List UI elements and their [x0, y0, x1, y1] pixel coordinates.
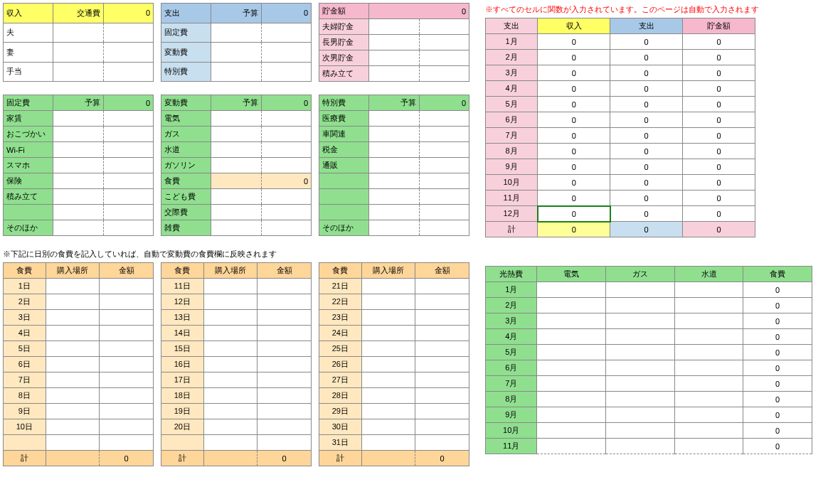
- summary-expense-cell[interactable]: 0: [610, 81, 683, 97]
- food-amount-cell[interactable]: [415, 419, 469, 435]
- food-amount-cell[interactable]: [100, 404, 154, 419]
- food-place-cell[interactable]: [203, 341, 258, 357]
- food-place-cell[interactable]: [361, 435, 415, 451]
- summary-savings-cell[interactable]: 0: [683, 81, 755, 97]
- summary-savings-cell[interactable]: 0: [683, 159, 755, 175]
- food-day[interactable]: 3日: [4, 310, 46, 326]
- food-place-cell[interactable]: [203, 372, 258, 388]
- income-row[interactable]: 妻: [4, 43, 53, 63]
- summary-savings-cell[interactable]: 0: [683, 97, 755, 112]
- summary-income-cell[interactable]: 0: [538, 206, 610, 222]
- food-amount-cell[interactable]: [415, 404, 469, 419]
- summary-savings-cell[interactable]: 0: [683, 128, 755, 144]
- util-elec-cell[interactable]: [537, 360, 606, 376]
- food-day[interactable]: 14日: [161, 326, 204, 341]
- food-amount-cell[interactable]: [100, 279, 154, 294]
- food-place-cell[interactable]: [361, 419, 415, 435]
- summary-month[interactable]: 3月: [486, 65, 538, 81]
- food-amount-cell[interactable]: [415, 372, 469, 388]
- food-amount-cell[interactable]: [415, 357, 469, 372]
- summary-month[interactable]: 5月: [486, 97, 538, 112]
- summary-expense-cell[interactable]: 0: [610, 34, 683, 50]
- util-gas-cell[interactable]: [606, 282, 675, 298]
- util-elec-cell[interactable]: [537, 329, 606, 345]
- util-month[interactable]: 2月: [486, 298, 537, 313]
- util-gas-cell[interactable]: [606, 329, 675, 345]
- savings-row[interactable]: 積み立て: [319, 66, 369, 82]
- util-food-cell[interactable]: 0: [743, 282, 812, 298]
- food-day[interactable]: 31日: [319, 435, 362, 451]
- summary-income-cell[interactable]: 0: [538, 144, 610, 159]
- food-day[interactable]: 8日: [4, 388, 46, 404]
- income-row[interactable]: 夫: [4, 23, 53, 43]
- food-amount-cell[interactable]: [100, 388, 154, 404]
- food-amount-cell[interactable]: [415, 388, 469, 404]
- food-amount-cell[interactable]: [258, 404, 312, 419]
- food-day[interactable]: 1日: [4, 279, 46, 294]
- util-food-cell[interactable]: 0: [743, 407, 812, 423]
- food-amount-cell[interactable]: [100, 326, 154, 341]
- food-amount-cell[interactable]: [415, 435, 469, 451]
- expense-row[interactable]: 固定費: [161, 23, 211, 43]
- summary-month[interactable]: 1月: [486, 34, 538, 50]
- food-amount-cell[interactable]: [258, 279, 312, 294]
- food-day[interactable]: 15日: [161, 341, 204, 357]
- util-food-cell[interactable]: 0: [743, 376, 812, 392]
- food-day[interactable]: 26日: [319, 357, 362, 372]
- util-gas-cell[interactable]: [606, 423, 675, 439]
- fixed-budget-value[interactable]: 0: [103, 95, 153, 111]
- util-food-cell[interactable]: 0: [743, 392, 812, 407]
- util-water-cell[interactable]: [674, 423, 743, 439]
- util-water-cell[interactable]: [674, 376, 743, 392]
- food-place-cell[interactable]: [46, 404, 100, 419]
- util-water-cell[interactable]: [674, 345, 743, 360]
- util-gas-cell[interactable]: [606, 313, 675, 329]
- summary-income-cell[interactable]: 0: [538, 112, 610, 128]
- food-day[interactable]: 4日: [4, 326, 46, 341]
- summary-savings-cell[interactable]: 0: [683, 34, 755, 50]
- summary-expense-cell[interactable]: 0: [610, 206, 683, 222]
- food-amount-cell[interactable]: [100, 372, 154, 388]
- food-amount-cell[interactable]: [100, 310, 154, 326]
- food-day[interactable]: 5日: [4, 341, 46, 357]
- food-amount-cell[interactable]: [258, 310, 312, 326]
- food-place-cell[interactable]: [203, 388, 258, 404]
- util-month[interactable]: 10月: [486, 423, 537, 439]
- food-day[interactable]: 7日: [4, 372, 46, 388]
- expense-row[interactable]: 変動費: [161, 43, 211, 63]
- food-place-cell[interactable]: [46, 357, 100, 372]
- food-day[interactable]: 27日: [319, 372, 362, 388]
- util-elec-cell[interactable]: [537, 282, 606, 298]
- summary-month[interactable]: 7月: [486, 128, 538, 144]
- food-amount-cell[interactable]: [415, 326, 469, 341]
- summary-income-cell[interactable]: 0: [538, 128, 610, 144]
- summary-month[interactable]: 8月: [486, 144, 538, 159]
- summary-month[interactable]: 2月: [486, 50, 538, 65]
- util-food-cell[interactable]: 0: [743, 329, 812, 345]
- food-place-cell[interactable]: [46, 310, 100, 326]
- food-amount-cell[interactable]: [100, 294, 154, 310]
- food-place-cell[interactable]: [361, 326, 415, 341]
- food-place-cell[interactable]: [46, 341, 100, 357]
- food-place-cell[interactable]: [361, 372, 415, 388]
- food-amount-cell[interactable]: [258, 341, 312, 357]
- util-food-cell[interactable]: 0: [743, 298, 812, 313]
- food-place-cell[interactable]: [203, 419, 258, 435]
- util-month[interactable]: 11月: [486, 439, 537, 454]
- summary-expense-cell[interactable]: 0: [610, 65, 683, 81]
- food-amount-cell[interactable]: [258, 419, 312, 435]
- summary-savings-cell[interactable]: 0: [683, 65, 755, 81]
- summary-month[interactable]: 9月: [486, 159, 538, 175]
- util-water-cell[interactable]: [674, 392, 743, 407]
- food-place-cell[interactable]: [203, 310, 258, 326]
- food-place-cell[interactable]: [203, 326, 258, 341]
- util-gas-cell[interactable]: [606, 360, 675, 376]
- food-day[interactable]: 22日: [319, 294, 362, 310]
- food-day[interactable]: 21日: [319, 279, 362, 294]
- util-water-cell[interactable]: [674, 407, 743, 423]
- util-water-cell[interactable]: [674, 282, 743, 298]
- summary-income-cell[interactable]: 0: [538, 81, 610, 97]
- savings-row[interactable]: 長男貯金: [319, 35, 369, 50]
- food-day[interactable]: 10日: [4, 419, 46, 435]
- food-day[interactable]: 16日: [161, 357, 204, 372]
